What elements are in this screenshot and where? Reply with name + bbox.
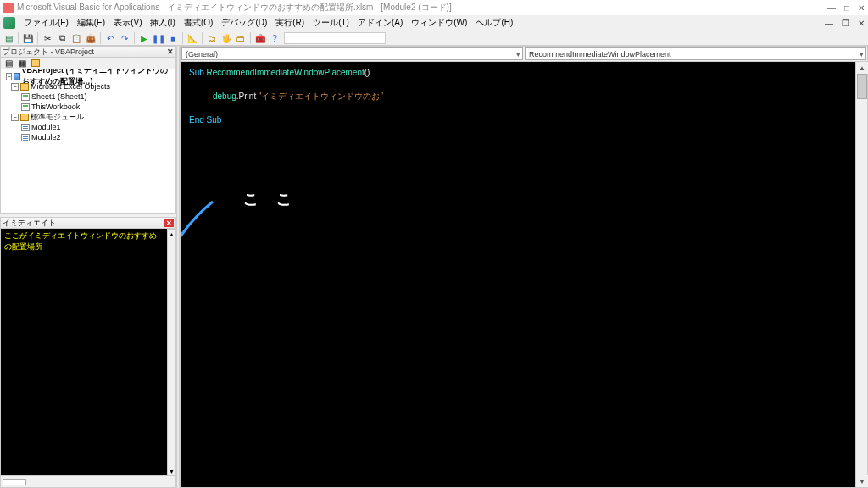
code-editor[interactable]: Sub RecommendImmediateWindowPlacement() … [181,62,867,487]
toolbar: ▤ 💾 ✂ ⧉ 📋 👜 ↶ ↷ ▶ ❚❚ ■ 📐 🗂 🖐 🗃 🧰 ? [0,30,868,46]
project-panel-close-icon[interactable]: ✕ [167,47,174,56]
left-pane: プロジェクト - VBAProject ✕ ▤ ▦ − VBAProject (… [0,46,176,488]
toolbox-icon[interactable]: 🧰 [253,31,267,45]
copy-icon[interactable]: ⧉ [55,31,69,45]
scroll-down-icon[interactable]: ▼ [168,467,175,475]
undo-icon[interactable]: ↶ [103,31,117,45]
object-selector[interactable]: (General) [181,47,523,60]
mdi-close[interactable]: ✕ [858,19,865,28]
immediate-close-icon[interactable]: ✕ [164,219,174,227]
code-selectors: (General) RecommendImmediateWindowPlacem… [181,47,867,62]
mdi-restore[interactable]: ❐ [842,19,849,28]
immediate-tab-indicator [3,479,26,485]
reset-icon[interactable]: ■ [166,31,180,45]
annotation-text: こ こ [243,189,298,209]
tree-sheet1[interactable]: Sheet1 (Sheet1) [3,92,174,102]
toggle-folders-icon[interactable] [30,58,42,69]
run-icon[interactable]: ▶ [137,31,151,45]
code-pane: (General) RecommendImmediateWindowPlacem… [180,46,868,488]
tree-module2-label: Module2 [31,133,61,141]
workbook-icon [21,103,30,111]
view-excel-icon[interactable]: ▤ [2,31,15,45]
tree-module1-label: Module1 [31,123,61,131]
properties-icon[interactable]: 🖐 [220,31,233,45]
window-title: Microsoft Visual Basic for Applications … [17,2,452,14]
tree-sheet1-label: Sheet1 (Sheet1) [31,92,87,101]
code-blank [189,103,859,114]
tree-module2[interactable]: Module2 [3,132,174,142]
procedure-selector[interactable]: RecommendImmediateWindowPlacement [525,47,866,60]
mdi-minimize[interactable]: — [825,19,833,28]
menu-format[interactable]: 書式(O) [181,15,216,30]
menu-tools[interactable]: ツール(T) [309,15,353,30]
window-buttons: — □ ✕ [827,3,865,13]
procedure-combo[interactable] [284,32,386,44]
view-object-icon[interactable]: ▦ [16,58,28,69]
tree-thisworkbook-label: ThisWorkbook [31,103,80,111]
view-code-icon[interactable]: ▤ [3,58,14,69]
menu-view[interactable]: 表示(V) [110,15,145,30]
menu-help[interactable]: ヘルプ(H) [472,15,516,30]
app-icon [3,3,14,13]
code-line-2: debug.Print "イミディエイトウィンドウのお" [189,91,859,103]
close-button[interactable]: ✕ [858,3,865,13]
object-browser-icon[interactable]: 🗃 [234,31,248,45]
minimize-button[interactable]: — [827,3,836,13]
procedure-selector-value: RecommendImmediateWindowPlacement [529,50,671,58]
scroll-thumb[interactable] [857,74,867,99]
cut-icon[interactable]: ✂ [41,31,54,45]
module-icon [21,134,30,141]
find-icon[interactable]: 👜 [84,31,97,45]
menu-insert[interactable]: 挿入(I) [147,15,178,30]
project-explorer-icon[interactable]: 🗂 [205,31,219,45]
code-line-3: End Sub [189,114,859,126]
save-icon[interactable]: 💾 [21,31,35,45]
project-panel-toolbar: ▤ ▦ [0,58,176,69]
redo-icon[interactable]: ↷ [118,31,131,45]
help-icon[interactable]: ? [268,31,281,45]
menu-addins[interactable]: アドイン(A) [354,15,406,30]
tree-thisworkbook[interactable]: ThisWorkbook [3,102,174,112]
menu-window[interactable]: ウィンドウ(W) [408,15,470,30]
paste-icon[interactable]: 📋 [70,31,83,45]
twisty-minus-icon[interactable]: − [11,114,19,121]
twisty-minus-icon[interactable]: − [6,73,12,80]
tree-modules-label: 標準モジュール [31,112,84,123]
window-titlebar: Microsoft Visual Basic for Applications … [0,0,868,15]
menu-edit[interactable]: 編集(E) [74,15,108,30]
code-blank [189,79,859,91]
menu-debug[interactable]: デバッグ(D) [218,15,270,30]
menu-run[interactable]: 実行(R) [272,15,308,30]
immediate-header: イミディエイト ✕ [0,217,176,229]
module-icon [21,124,30,131]
tree-root[interactable]: − VBAProject (イミディエイトウィンドウのおすすめの配置場…) [3,71,174,81]
scroll-up-icon[interactable]: ▲ [168,230,175,238]
menubar: ファイル(F) 編集(E) 表示(V) 挿入(I) 書式(O) デバッグ(D) … [0,15,868,30]
immediate-panel: イミディエイト ✕ ここがイミディエイトウィンドウのおすすめの配置場所 ▲ ▼ [0,217,176,488]
code-line-1: Sub RecommendImmediateWindowPlacement() [189,67,859,79]
tree-excel-objects-label: Microsoft Excel Objects [31,82,110,91]
twisty-minus-icon[interactable]: − [11,83,19,91]
workspace: プロジェクト - VBAProject ✕ ▤ ▦ − VBAProject (… [0,46,868,488]
immediate-scrollbar[interactable]: ▲ ▼ [168,229,176,476]
design-mode-icon[interactable]: 📐 [186,31,199,45]
menu-file[interactable]: ファイル(F) [20,15,72,30]
tree-modules-folder[interactable]: − 標準モジュール [3,112,174,122]
tree-module1[interactable]: Module1 [3,122,174,132]
scroll-down-icon[interactable]: ▼ [856,475,868,487]
project-tree[interactable]: − VBAProject (イミディエイトウィンドウのおすすめの配置場…) − … [0,69,176,214]
immediate-output: ここがイミディエイトウィンドウのおすすめの配置場所 [4,230,164,252]
annotation-arrow-icon [181,185,247,312]
project-panel-header: プロジェクト - VBAProject ✕ [0,46,176,58]
sheet-icon [21,93,30,101]
vbaproject-icon [14,73,20,80]
project-panel-title: プロジェクト - VBAProject [3,47,94,58]
folder-icon [20,114,29,121]
immediate-title: イミディエイト [3,218,56,229]
scroll-up-icon[interactable]: ▲ [856,62,868,74]
immediate-body[interactable]: ここがイミディエイトウィンドウのおすすめの配置場所 [0,229,168,476]
maximize-button[interactable]: □ [844,3,849,13]
break-icon[interactable]: ❚❚ [152,31,165,45]
object-selector-value: (General) [186,50,218,58]
code-scrollbar[interactable]: ▲ ▼ [855,62,867,487]
